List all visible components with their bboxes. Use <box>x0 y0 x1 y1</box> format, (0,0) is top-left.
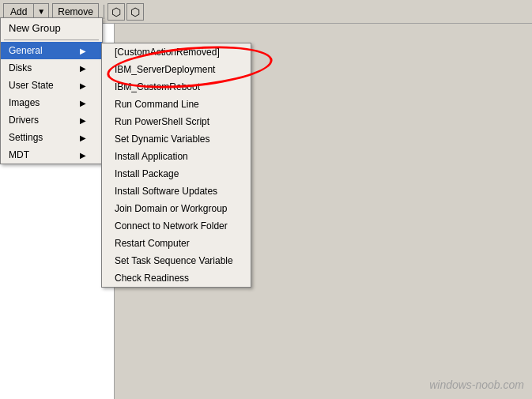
submenu-item-custom-action[interactable]: [CustomActionRemoved] <box>102 43 251 61</box>
watermark: windows-noob.com <box>429 378 524 391</box>
settings-arrow: ▶ <box>80 134 86 142</box>
images-label: Images <box>9 97 40 108</box>
toolbar-separator <box>104 5 104 19</box>
user-state-label: User State <box>9 80 54 91</box>
submenu-item-check-readiness[interactable]: Check Readiness <box>102 269 251 287</box>
submenu-item-dynamic-vars[interactable]: Set Dynamic Variables <box>102 130 251 148</box>
disks-arrow: ▶ <box>80 64 86 73</box>
general-label: General <box>9 45 43 56</box>
settings-label: Settings <box>9 132 43 143</box>
run-cmd-label: Run Command Line <box>115 99 199 110</box>
drivers-arrow: ▶ <box>80 116 86 125</box>
check-readiness-label: Check Readiness <box>115 273 189 284</box>
custom-action-label: [CustomActionRemoved] <box>115 47 220 58</box>
submenu-item-ibm-server[interactable]: IBM_ServerDeployment <box>102 61 251 78</box>
drivers-label: Drivers <box>9 115 39 126</box>
menu-item-disks[interactable]: Disks ▶ <box>1 59 102 77</box>
disks-label: Disks <box>9 62 32 73</box>
restart-label: Restart Computer <box>115 238 190 249</box>
software-updates-label: Install Software Updates <box>115 186 217 197</box>
task-seq-var-label: Set Task Sequence Variable <box>115 255 233 266</box>
submenu-item-ibm-reboot[interactable]: IBM_CustomReboot <box>102 78 251 96</box>
menu-item-mdt[interactable]: MDT ▶ <box>1 146 102 164</box>
submenu-item-network-folder[interactable]: Connect to Network Folder <box>102 217 251 235</box>
add-menu: New Group General ▶ Disks ▶ User State ▶… <box>0 17 103 164</box>
submenu-item-install-pkg[interactable]: Install Package <box>102 165 251 183</box>
toolbar-icon-btn-2[interactable]: ⬡ <box>126 3 144 21</box>
submenu-item-run-cmd[interactable]: Run Command Line <box>102 96 251 113</box>
ibm-server-label: IBM_ServerDeployment <box>115 64 215 75</box>
icon2: ⬡ <box>130 6 140 18</box>
install-app-label: Install Application <box>115 151 188 162</box>
submenu-item-restart[interactable]: Restart Computer <box>102 235 251 252</box>
menu-item-new-group[interactable]: New Group <box>1 18 102 38</box>
menu-item-drivers[interactable]: Drivers ▶ <box>1 111 102 129</box>
install-pkg-label: Install Package <box>115 168 179 179</box>
user-state-arrow: ▶ <box>80 81 86 90</box>
menu-item-user-state[interactable]: User State ▶ <box>1 77 102 94</box>
icon1: ⬡ <box>111 6 121 18</box>
run-ps-label: Run PowerShell Script <box>115 116 209 127</box>
submenu-item-install-app[interactable]: Install Application <box>102 148 251 165</box>
images-arrow: ▶ <box>80 99 86 107</box>
submenu-item-run-ps[interactable]: Run PowerShell Script <box>102 113 251 130</box>
dynamic-vars-label: Set Dynamic Variables <box>115 134 210 145</box>
mdt-label: MDT <box>9 149 29 160</box>
submenu-item-task-seq-var[interactable]: Set Task Sequence Variable <box>102 252 251 269</box>
menu-item-settings[interactable]: Settings ▶ <box>1 129 102 146</box>
add-menu-container: New Group General ▶ Disks ▶ User State ▶… <box>0 17 103 164</box>
remove-label: Remove <box>58 6 93 17</box>
menu-divider-1 <box>4 40 99 40</box>
submenu-item-join-domain[interactable]: Join Domain or Workgroup <box>102 200 251 217</box>
menu-item-general[interactable]: General ▶ <box>1 42 102 59</box>
menu-item-images[interactable]: Images ▶ <box>1 94 102 111</box>
network-folder-label: Connect to Network Folder <box>115 220 228 231</box>
add-label: Add <box>10 6 27 17</box>
main-window: Add ▼ Remove ⬡ ⬡ windows-noob.com New Gr… <box>0 0 532 399</box>
ibm-reboot-label: IBM_CustomReboot <box>115 81 200 92</box>
new-group-label: New Group <box>9 22 61 34</box>
join-domain-label: Join Domain or Workgroup <box>115 203 228 214</box>
general-submenu: [CustomActionRemoved] IBM_ServerDeployme… <box>101 43 251 288</box>
general-arrow: ▶ <box>80 47 86 55</box>
toolbar-icon-btn-1[interactable]: ⬡ <box>108 3 125 21</box>
mdt-arrow: ▶ <box>80 151 86 160</box>
submenu-item-software-updates[interactable]: Install Software Updates <box>102 183 251 200</box>
